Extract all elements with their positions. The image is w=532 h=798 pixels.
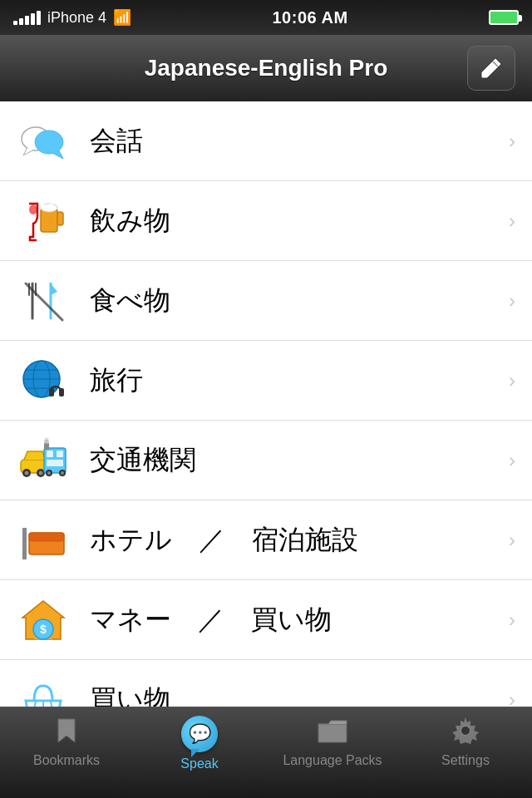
battery-icon: [489, 10, 519, 25]
travel-icon: [17, 354, 70, 407]
money-label: マネー ／ 買い物: [90, 602, 332, 638]
gear-icon: [451, 716, 480, 749]
list-item-food[interactable]: 食べ物 ›: [0, 261, 532, 341]
speak-label: Speak: [180, 756, 218, 771]
svg-point-6: [41, 204, 47, 209]
carrier-label: iPhone 4: [47, 9, 106, 27]
speak-bubble-icon: 💬: [181, 716, 218, 752]
status-bar: iPhone 4 📶 10:06 AM: [0, 0, 532, 35]
chevron-icon: ›: [509, 209, 515, 233]
travel-label: 旅行: [90, 362, 143, 399]
chevron-icon: ›: [509, 369, 515, 392]
list-item-drinks[interactable]: 飲み物 ›: [0, 181, 532, 261]
transport-icon: [17, 434, 70, 487]
tab-bookmarks[interactable]: Bookmarks: [0, 716, 133, 768]
chevron-icon: ›: [509, 289, 515, 313]
svg-rect-27: [57, 451, 63, 457]
transport-label: 交通機関: [90, 442, 196, 479]
time-display: 10:06 AM: [272, 8, 347, 27]
food-label: 食べ物: [90, 283, 170, 319]
svg-point-7: [47, 204, 54, 209]
nav-title: Japanese-English Pro: [145, 55, 388, 81]
food-icon: [17, 274, 70, 328]
signal-icon: [13, 10, 41, 25]
folder-icon: [317, 716, 348, 749]
chevron-icon: ›: [509, 130, 515, 153]
chevron-icon: ›: [509, 608, 515, 632]
category-list: 会話 › 飲み物 ›: [0, 101, 532, 707]
language-packs-label: Language Packs: [283, 753, 382, 768]
svg-point-35: [45, 437, 49, 441]
list-item-travel[interactable]: 旅行 ›: [0, 341, 532, 421]
list-item-hotel[interactable]: ホテル ／ 宿泊施設 ›: [0, 500, 532, 580]
list-item-transport[interactable]: 交通機関 ›: [0, 421, 532, 500]
tab-settings[interactable]: Settings: [399, 716, 532, 768]
chevron-icon: ›: [509, 688, 515, 707]
shopping-label: 買い物: [90, 682, 170, 707]
bookmarks-label: Bookmarks: [33, 753, 100, 768]
svg-point-32: [61, 471, 64, 475]
svg-rect-36: [22, 528, 27, 559]
svg-point-51: [461, 727, 470, 735]
edit-button[interactable]: [467, 46, 515, 91]
svg-rect-28: [47, 460, 63, 466]
tab-bar: Bookmarks 💬 Speak Language Packs Setting…: [0, 707, 532, 798]
tab-speak[interactable]: 💬 Speak: [133, 716, 266, 771]
chevron-icon: ›: [509, 529, 515, 552]
list-item-conversation[interactable]: 会話 ›: [0, 101, 532, 181]
list-item-shopping[interactable]: 買い物 ›: [0, 660, 532, 707]
svg-point-22: [25, 470, 29, 475]
wifi-icon: 📶: [113, 8, 131, 27]
tab-language-packs[interactable]: Language Packs: [266, 716, 399, 768]
conversation-icon: [17, 115, 70, 168]
svg-point-30: [47, 471, 51, 475]
shopping-icon: [17, 673, 70, 707]
navigation-bar: Japanese-English Pro: [0, 35, 532, 101]
status-right: [489, 10, 519, 25]
svg-rect-26: [47, 451, 53, 457]
list-item-money[interactable]: $ マネー ／ 買い物 ›: [0, 580, 532, 660]
svg-point-2: [29, 204, 37, 214]
bookmark-icon: [52, 716, 81, 749]
svg-text:$: $: [40, 623, 47, 636]
hotel-label: ホテル ／ 宿泊施設: [90, 522, 358, 559]
svg-point-24: [39, 470, 43, 475]
svg-rect-18: [49, 388, 54, 397]
svg-rect-4: [57, 212, 63, 225]
svg-point-1: [35, 131, 63, 154]
pencil-icon: [479, 56, 504, 81]
status-left: iPhone 4 📶: [13, 8, 131, 27]
drinks-icon: [17, 195, 70, 248]
money-icon: $: [17, 594, 70, 647]
svg-rect-38: [29, 533, 64, 541]
drinks-label: 飲み物: [90, 203, 170, 239]
settings-label: Settings: [441, 753, 490, 768]
conversation-label: 会話: [90, 123, 143, 160]
svg-rect-19: [59, 388, 64, 397]
hotel-icon: [17, 514, 70, 567]
chevron-icon: ›: [509, 449, 515, 472]
